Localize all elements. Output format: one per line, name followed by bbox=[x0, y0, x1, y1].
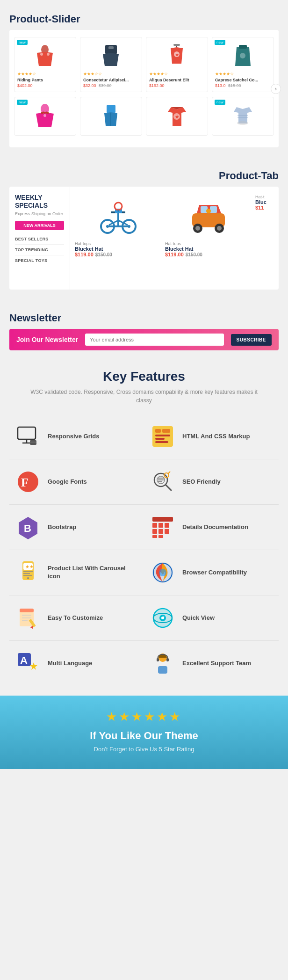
tab-menu-top-trending[interactable]: TOP TRENDING bbox=[15, 245, 64, 255]
tab-product-image bbox=[75, 192, 161, 239]
svg-rect-82 bbox=[165, 529, 169, 534]
svg-rect-80 bbox=[152, 529, 157, 534]
newsletter-email-input[interactable] bbox=[85, 334, 223, 346]
svg-point-2 bbox=[40, 53, 43, 56]
key-features-section: Key Features W3C validated code. Respons… bbox=[0, 360, 288, 696]
svg-rect-59 bbox=[155, 429, 161, 433]
product-image bbox=[215, 41, 271, 69]
feature-item-multilang: A Multi Language bbox=[9, 641, 144, 686]
new-badge: new bbox=[215, 100, 225, 105]
slider-container: new ★★★★☆ Riding Pants $402.00 bbox=[9, 30, 279, 147]
product-image bbox=[17, 41, 73, 69]
rating-title: If You Like Our Theme bbox=[9, 730, 279, 742]
tab-product-name: Blucket Hat bbox=[75, 246, 161, 252]
feature-label: Product List With Carousel icon bbox=[48, 565, 139, 581]
svg-point-52 bbox=[206, 209, 211, 213]
key-features-title: Key Features bbox=[0, 369, 288, 384]
product-card[interactable]: ★★★☆☆ Consectetur Adipisci... $32.00 $39… bbox=[80, 37, 142, 92]
svg-rect-114 bbox=[166, 658, 169, 661]
rating-subtitle: Don't Forget to Give Us 5 Star Rating bbox=[9, 746, 279, 753]
tab-product-card[interactable]: Hat-tops Blucket Hat $119.00$150.00 bbox=[75, 192, 161, 284]
product-price: $13.0 $15.00 bbox=[215, 83, 271, 88]
svg-text:★★: ★★ bbox=[25, 564, 34, 569]
svg-rect-6 bbox=[108, 46, 114, 49]
product-card[interactable]: new ★★★★☆ Caprese Satchel Co... $13.0 $1… bbox=[212, 37, 274, 92]
product-slider-section: Product-Slider new ★★★★☆ Riding Pants bbox=[0, 0, 288, 157]
feature-label: Multi Language bbox=[48, 660, 92, 668]
feature-label: Easy To Customize bbox=[48, 614, 103, 622]
svg-point-51 bbox=[217, 226, 222, 231]
tab-product-name: Blucket Hat bbox=[165, 246, 252, 252]
svg-rect-83 bbox=[152, 535, 157, 538]
new-arrivals-button[interactable]: NEW ARRIVALS bbox=[15, 221, 64, 230]
product-stars: ★★★★☆ bbox=[149, 72, 205, 76]
tab-product-card[interactable]: Hat-tops Blucket Hat $119.00$150.00 bbox=[165, 192, 252, 284]
tab-product-card[interactable]: Hat-t Bluc $11 bbox=[255, 192, 274, 284]
feature-label: Browser Compatibility bbox=[182, 569, 247, 577]
feature-item-browser-compat: Browser Compatibility bbox=[144, 550, 279, 595]
newsletter-subscribe-button[interactable]: SUBSCRIBE bbox=[231, 334, 272, 346]
feature-label: Bootstrap bbox=[48, 523, 76, 531]
svg-rect-63 bbox=[155, 441, 168, 443]
product-card[interactable]: new bbox=[212, 97, 274, 136]
newsletter-title: Newsletter bbox=[0, 304, 288, 329]
svg-rect-62 bbox=[155, 438, 165, 440]
product-tab-title: Product-Tab bbox=[0, 161, 288, 187]
slider-row-1: new ★★★★☆ Riding Pants $402.00 bbox=[14, 37, 274, 92]
svg-marker-110 bbox=[30, 662, 37, 670]
tab-product-image bbox=[165, 192, 252, 239]
tab-menu-best-sellers[interactable]: BEST SELLERS bbox=[15, 234, 64, 245]
svg-rect-77 bbox=[152, 523, 157, 528]
product-image: ★ bbox=[149, 41, 205, 69]
tab-product-category: Hat-tops bbox=[165, 241, 252, 246]
new-badge: new bbox=[17, 40, 28, 45]
product-image bbox=[215, 101, 271, 129]
svg-rect-78 bbox=[158, 523, 163, 528]
svg-rect-76 bbox=[152, 517, 173, 522]
feature-item-support: Excellent Support Team bbox=[144, 641, 279, 686]
svg-point-49 bbox=[195, 226, 200, 231]
product-name: Riding Pants bbox=[17, 78, 73, 82]
svg-rect-61 bbox=[155, 435, 170, 436]
tab-products: Hat-tops Blucket Hat $119.00$150.00 bbox=[70, 187, 279, 290]
weekly-subtitle: Express Shiping on Order bbox=[15, 211, 64, 216]
feature-item-responsive-grids: Responsive Grids bbox=[9, 414, 144, 459]
product-card[interactable]: new ★★★★☆ Riding Pants $402.00 bbox=[14, 37, 76, 92]
svg-rect-84 bbox=[158, 535, 163, 538]
product-card[interactable]: ★ ★★★★☆ Aliqua Deserunt Elit $192.00 bbox=[146, 37, 208, 92]
bootstrap-icon: B bbox=[14, 513, 42, 541]
product-slider-title: Product-Slider bbox=[0, 5, 288, 30]
svg-rect-21 bbox=[107, 105, 115, 113]
rating-footer: ★★★★★★ If You Like Our Theme Don't Forge… bbox=[0, 696, 288, 769]
svg-rect-113 bbox=[157, 658, 159, 661]
product-card[interactable]: new bbox=[14, 97, 76, 136]
new-badge: new bbox=[215, 40, 225, 45]
product-image: ★ bbox=[149, 101, 205, 129]
slider-next-arrow[interactable]: › bbox=[271, 84, 281, 94]
carousel-icon: ★★ bbox=[14, 559, 42, 587]
feature-label: Quick View bbox=[182, 614, 215, 622]
svg-point-20 bbox=[44, 112, 46, 114]
product-name: Aliqua Deserunt Elit bbox=[149, 78, 205, 82]
svg-text:B: B bbox=[24, 523, 31, 534]
svg-rect-47 bbox=[210, 206, 217, 213]
docs-icon bbox=[149, 513, 177, 541]
product-card[interactable]: ★ bbox=[146, 97, 208, 136]
tab-product-name: Bluc bbox=[255, 199, 274, 205]
svg-rect-8 bbox=[173, 44, 180, 46]
tab-menu-special-toys[interactable]: SPECIAL TOYS bbox=[15, 255, 64, 266]
svg-rect-96 bbox=[20, 609, 34, 612]
feature-label: Details Documentation bbox=[182, 523, 248, 531]
feature-item-quickview: Quick View bbox=[144, 595, 279, 641]
feature-label: Responsive Grids bbox=[48, 433, 100, 441]
product-card[interactable] bbox=[80, 97, 142, 136]
feature-item-bootstrap: B Bootstrap bbox=[9, 505, 144, 550]
svg-text:A: A bbox=[20, 654, 28, 666]
slider-row-2: new bbox=[14, 97, 274, 136]
tab-sidebar: WEEKLY SPECIALS Express Shiping on Order… bbox=[9, 187, 70, 290]
product-name: Consectetur Adipisci... bbox=[83, 78, 139, 82]
features-grid: Responsive Grids HTML And CSS Markup bbox=[0, 414, 288, 686]
svg-point-3 bbox=[47, 53, 50, 56]
svg-point-29 bbox=[237, 121, 248, 125]
google-fonts-icon: F bbox=[14, 468, 42, 496]
